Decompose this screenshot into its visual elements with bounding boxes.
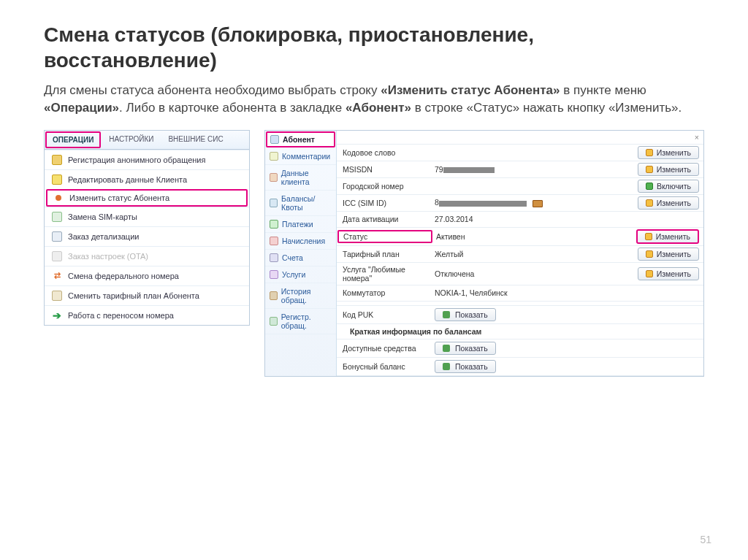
balances-header: Краткая информация по балансам [337, 324, 703, 340]
row-value: Отключена [432, 267, 625, 280]
doc-icon [52, 155, 62, 165]
ops-item-label: Смена федерального номера [68, 272, 179, 280]
ops-item[interactable]: Заказ детализации [45, 226, 249, 246]
row-value [432, 184, 625, 188]
serv-icon [270, 270, 278, 279]
row-label: Городской номер [337, 180, 432, 193]
bal-icon [270, 199, 278, 207]
edit-button[interactable]: Изменить [638, 146, 699, 159]
row-value: 27.03.2014 [432, 212, 625, 226]
book-icon[interactable] [533, 200, 543, 207]
edit-icon [52, 174, 62, 185]
comm-icon [270, 152, 278, 161]
sidebar-item[interactable]: Счета [265, 250, 336, 266]
sidebar-item[interactable]: История обращ. [265, 283, 336, 309]
dot-icon [443, 363, 450, 370]
ops-item-label: Регистрация анонимного обращения [68, 156, 205, 164]
sim-icon [52, 212, 62, 222]
ops-item-label: Заказ детализации [68, 232, 139, 241]
sidebar-item[interactable]: Абонент [266, 131, 335, 147]
row-label: Коммутатор [337, 286, 432, 299]
table-row: Дата активации27.03.2014 [337, 212, 703, 228]
dot-icon [443, 345, 450, 352]
arrow-icon: ➔ [52, 310, 62, 321]
dot-icon [56, 195, 61, 201]
sidebar-item[interactable]: Балансы/Квоты [265, 191, 336, 216]
row-value: NOKIA-1, Челябинск [432, 286, 625, 299]
ops-item[interactable]: Замена SIM-карты [45, 207, 249, 226]
page-number: 51 [700, 534, 711, 545]
sidebar-item[interactable]: Регистр. обращ. [265, 309, 336, 334]
dot-icon [443, 311, 450, 318]
ops-item: Заказ настроек (OTA) [45, 246, 249, 266]
charge-icon [270, 237, 278, 245]
tab-external[interactable]: ВНЕШНИЕ СИС [161, 131, 230, 149]
row-value: 8 [432, 196, 625, 209]
pencil-icon [646, 270, 653, 277]
ops-item[interactable]: ⇄Смена федерального номера [45, 266, 249, 285]
sidebar-item[interactable]: Услуги [265, 266, 336, 283]
enable-button[interactable]: Включить [638, 180, 699, 193]
calc-icon [52, 231, 62, 242]
pay-icon [270, 220, 278, 229]
ops-item[interactable]: Изменить статус Абонента [46, 189, 248, 207]
show-puk-button[interactable]: Показать [435, 308, 496, 321]
table-row: Кодовое словоИзменить [337, 145, 703, 161]
tab-settings[interactable]: НАСТРОЙКИ [102, 131, 161, 149]
ops-item-label: Замена SIM-карты [68, 212, 137, 221]
tab-operations[interactable]: ОПЕРАЦИИ [45, 131, 101, 148]
ops-item-label: Работа с переносом номера [68, 311, 174, 320]
reg-icon [270, 317, 278, 326]
ops-item-label: Изменить статус Абонента [69, 193, 169, 202]
pencil-icon [645, 233, 652, 240]
table-row: КоммутаторNOKIA-1, Челябинск [337, 285, 703, 302]
table-row: Доступные средстваПоказать [337, 340, 703, 358]
sidebar-item[interactable]: Платежи [265, 216, 336, 233]
grey-icon [52, 251, 62, 261]
table-row: Бонусный балансПоказать [337, 358, 703, 376]
ops-item[interactable]: ➔Работа с переносом номера [45, 305, 249, 325]
show-button[interactable]: Показать [435, 360, 496, 373]
row-value: Желтый [432, 248, 625, 261]
show-button[interactable]: Показать [435, 342, 496, 355]
pencil-icon [646, 166, 653, 173]
edit-button[interactable]: Изменить [638, 248, 699, 261]
edit-button[interactable]: Изменить [638, 163, 699, 176]
ops-item-label: Редактировать данные Клиента [68, 175, 187, 184]
edit-button[interactable]: Изменить [638, 267, 699, 280]
table-row: ICC (SIM ID)8Изменить [337, 195, 703, 212]
pencil-icon [646, 149, 653, 156]
row-label: Доступные средства [337, 342, 432, 355]
sidebar-item[interactable]: Начисления [265, 233, 336, 250]
row-label: ICC (SIM ID) [337, 196, 432, 210]
masked-value [443, 167, 495, 173]
masked-value [439, 201, 527, 207]
ops-item[interactable]: Регистрация анонимного обращения [45, 150, 249, 169]
cards-icon [52, 291, 62, 301]
row-label: Услуга "Любимые номера" [337, 263, 432, 285]
row-value: 79 [432, 163, 625, 176]
pencil-icon [646, 199, 653, 207]
row-puk: Код PUK Показать [337, 306, 703, 324]
row-label: Дата активации [337, 212, 432, 226]
table-row: СтатусАктивенИзменить [337, 228, 703, 246]
sidebar-item[interactable]: Комментарии [265, 148, 336, 165]
subscriber-card: АбонентКомментарииДанные клиентаБалансы/… [264, 130, 704, 377]
edit-button[interactable]: Изменить [638, 196, 699, 210]
ops-item[interactable]: Сменить тарифный план Абонента [45, 285, 249, 305]
ops-item[interactable]: Редактировать данные Клиента [45, 169, 249, 189]
table-row: MSISDN79Изменить [337, 161, 703, 178]
sidebar-item[interactable]: Данные клиента [265, 165, 336, 191]
swap-icon: ⇄ [52, 271, 62, 281]
data-icon [270, 173, 278, 182]
pencil-icon [646, 250, 653, 258]
close-icon[interactable]: × [690, 131, 703, 144]
operations-panel: ОПЕРАЦИИ НАСТРОЙКИ ВНЕШНИЕ СИС Регистрац… [44, 130, 250, 326]
row-label: Бонусный баланс [337, 360, 432, 373]
ops-item-label: Сменить тарифный план Абонента [68, 291, 199, 300]
table-row: Городской номерВключить [337, 178, 703, 195]
ops-item-label: Заказ настроек (OTA) [68, 252, 148, 261]
instruction-text: Для смены статуса абонента необходимо вы… [44, 82, 704, 117]
user-icon [270, 135, 279, 144]
edit-button[interactable]: Изменить [636, 229, 699, 244]
